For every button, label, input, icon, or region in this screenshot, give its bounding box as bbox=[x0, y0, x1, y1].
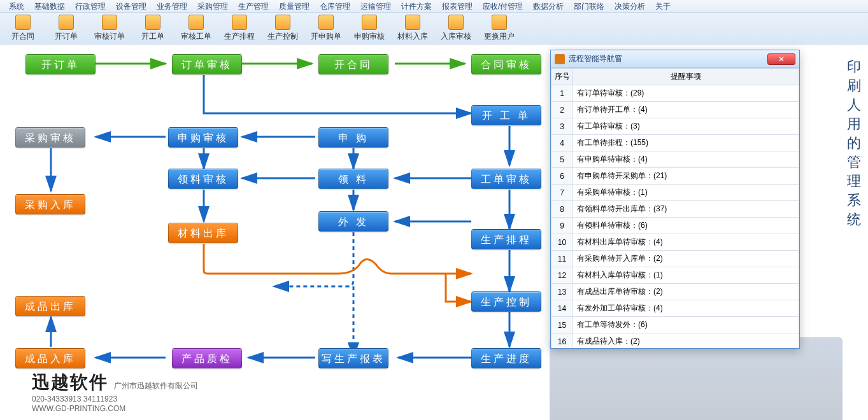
row-message: 有材料入库单待审核：(1) bbox=[573, 267, 799, 284]
node-outsource[interactable]: 外 发 bbox=[318, 211, 388, 232]
toolbar-button[interactable]: 申购审核 bbox=[352, 15, 387, 42]
row-index: 1 bbox=[551, 85, 573, 102]
row-index: 3 bbox=[551, 118, 573, 135]
tool-icon bbox=[15, 15, 31, 30]
node-material-out[interactable]: 材料出库 bbox=[168, 223, 238, 243]
table-row[interactable]: 16有成品待入库：(2) bbox=[551, 333, 799, 349]
row-message: 有工单等待发外：(6) bbox=[573, 317, 799, 333]
row-message: 有材料出库单待审核：(4) bbox=[573, 234, 799, 251]
toolbar-button[interactable]: 审核工单 bbox=[178, 15, 214, 42]
toolbar-button[interactable]: 生产排程 bbox=[222, 15, 257, 42]
table-row[interactable]: 9有领料单待审核：(6) bbox=[551, 218, 799, 234]
node-qc[interactable]: 产品质检 bbox=[172, 348, 242, 368]
node-order-review[interactable]: 订单审核 bbox=[172, 54, 242, 74]
tool-icon bbox=[448, 15, 464, 30]
menu-item[interactable]: 应收/付管理 bbox=[479, 1, 527, 11]
table-row[interactable]: 5有申购单待审核：(4) bbox=[551, 151, 799, 168]
toolbar: 开合同开订单审核订单开工单审核工单生产排程生产控制开申购单申购审核材料入库入库审… bbox=[0, 13, 868, 45]
table-row[interactable]: 3有工单待审核：(3) bbox=[551, 118, 799, 135]
table-row[interactable]: 13有成品出库单待审核：(2) bbox=[551, 284, 799, 300]
toolbar-button[interactable]: 审核订单 bbox=[92, 15, 127, 42]
toolbar-button[interactable]: 入库审核 bbox=[438, 15, 474, 42]
tool-label: 开订单 bbox=[48, 31, 84, 42]
table-row[interactable]: 2有订单待开工单：(4) bbox=[551, 102, 799, 118]
side-slogan: 印刷人用的管理系统 bbox=[845, 57, 863, 229]
node-finished-out[interactable]: 成品出库 bbox=[15, 296, 85, 316]
node-contract-review[interactable]: 合同审核 bbox=[471, 54, 541, 74]
tool-label: 开合同 bbox=[5, 31, 41, 42]
menu-item[interactable]: 生产管理 bbox=[234, 1, 273, 11]
menu-item[interactable]: 基础数据 bbox=[31, 1, 69, 11]
row-message: 有采购单待开入库单：(2) bbox=[573, 251, 799, 267]
toolbar-button[interactable]: 开合同 bbox=[5, 15, 41, 42]
row-message: 有采购单待审核：(1) bbox=[573, 185, 799, 201]
menu-item[interactable]: 数据分析 bbox=[529, 1, 567, 11]
row-index: 14 bbox=[551, 300, 573, 317]
table-row[interactable]: 15有工单等待发外：(6) bbox=[551, 317, 799, 333]
row-index: 12 bbox=[551, 267, 573, 284]
menu-item[interactable]: 业务管理 bbox=[153, 1, 191, 11]
row-message: 有申购单待审核：(4) bbox=[573, 151, 799, 168]
node-open-contract[interactable]: 开合同 bbox=[318, 54, 388, 74]
menu-item[interactable]: 决策分析 bbox=[611, 1, 649, 11]
row-index: 5 bbox=[551, 151, 573, 168]
row-message: 有工单待排程：(155) bbox=[573, 135, 799, 151]
close-icon[interactable]: ✕ bbox=[767, 53, 795, 65]
toolbar-button[interactable]: 开申购单 bbox=[308, 15, 344, 42]
node-req-review[interactable]: 申购审核 bbox=[168, 127, 238, 148]
toolbar-button[interactable]: 开工单 bbox=[135, 15, 171, 42]
popup-titlebar[interactable]: 流程智能导航窗 ✕ bbox=[551, 50, 799, 68]
tool-label: 申购审核 bbox=[352, 31, 387, 42]
node-open-workorder[interactable]: 开 工 单 bbox=[471, 105, 541, 125]
menu-item[interactable]: 质量管理 bbox=[275, 1, 313, 11]
table-row[interactable]: 7有采购单待审核：(1) bbox=[551, 185, 799, 201]
table-row[interactable]: 1有订单待审核：(29) bbox=[551, 85, 799, 102]
menu-item[interactable]: 部门联络 bbox=[570, 1, 608, 11]
col-index: 序号 bbox=[551, 69, 573, 85]
popup-icon bbox=[555, 54, 565, 64]
row-index: 9 bbox=[551, 218, 573, 234]
menu-item[interactable]: 仓库管理 bbox=[316, 1, 354, 11]
row-index: 13 bbox=[551, 284, 573, 300]
table-row[interactable]: 12有材料入库单待审核：(1) bbox=[551, 267, 799, 284]
menu-item[interactable]: 系统 bbox=[5, 1, 28, 11]
tool-icon bbox=[362, 15, 377, 30]
menu-item[interactable]: 设备管理 bbox=[112, 1, 150, 11]
menu-item[interactable]: 运输管理 bbox=[357, 1, 395, 11]
node-purchase-review[interactable]: 采购审核 bbox=[15, 127, 85, 148]
node-progress[interactable]: 生产进度 bbox=[471, 348, 541, 368]
toolbar-button[interactable]: 开订单 bbox=[48, 15, 84, 42]
table-row[interactable]: 14有发外加工单待审核：(4) bbox=[551, 300, 799, 317]
menu-item[interactable]: 采购管理 bbox=[194, 1, 232, 11]
node-pick[interactable]: 领 料 bbox=[318, 169, 388, 189]
table-row[interactable]: 11有采购单待开入库单：(2) bbox=[551, 251, 799, 267]
brand-line2: 020-34333913 34111923 bbox=[32, 395, 117, 403]
menu-item[interactable]: 关于 bbox=[651, 1, 674, 11]
node-purchase-in[interactable]: 采购入库 bbox=[15, 194, 85, 214]
row-index: 10 bbox=[551, 234, 573, 251]
table-row[interactable]: 6有申购单待开采购单：(21) bbox=[551, 168, 799, 185]
table-row[interactable]: 10有材料出库单待审核：(4) bbox=[551, 234, 799, 251]
table-row[interactable]: 8有领料单待开出库单：(37) bbox=[551, 201, 799, 218]
tool-icon bbox=[145, 15, 160, 30]
row-message: 有工单待审核：(3) bbox=[573, 118, 799, 135]
toolbar-button[interactable]: 材料入库 bbox=[395, 15, 430, 42]
node-request[interactable]: 申 购 bbox=[318, 127, 388, 148]
row-index: 2 bbox=[551, 102, 573, 118]
toolbar-button[interactable]: 更换用户 bbox=[481, 15, 517, 42]
node-finished-in[interactable]: 成品入库 bbox=[15, 348, 85, 368]
tool-icon bbox=[492, 15, 507, 30]
node-pick-review[interactable]: 领料审核 bbox=[168, 169, 238, 189]
toolbar-button[interactable]: 生产控制 bbox=[265, 15, 301, 42]
row-message: 有领料单待开出库单：(37) bbox=[573, 201, 799, 218]
table-row[interactable]: 4有工单待排程：(155) bbox=[551, 135, 799, 151]
menu-item[interactable]: 行政管理 bbox=[71, 1, 110, 11]
menu-item[interactable]: 计件方案 bbox=[397, 1, 436, 11]
tool-label: 生产排程 bbox=[222, 31, 257, 42]
node-prod-control[interactable]: 生产控制 bbox=[471, 291, 541, 312]
menu-item[interactable]: 报表管理 bbox=[438, 1, 476, 11]
node-open-order[interactable]: 开订单 bbox=[25, 54, 96, 74]
node-schedule[interactable]: 生产排程 bbox=[471, 229, 541, 249]
node-report[interactable]: 写生产报表 bbox=[318, 348, 388, 368]
node-wo-review[interactable]: 工单审核 bbox=[471, 169, 541, 189]
